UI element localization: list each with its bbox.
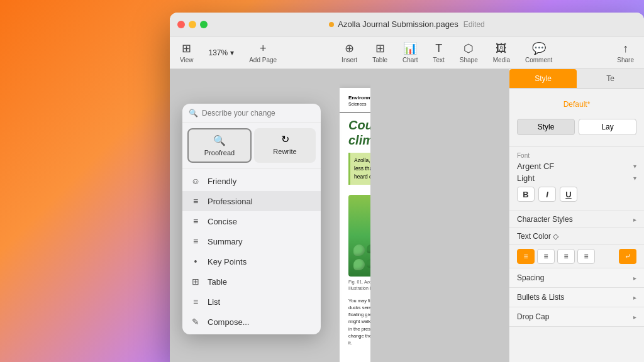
table-icon: ⊞ <box>375 41 385 55</box>
friendly-label: Friendly <box>208 177 236 186</box>
blob-2 <box>367 244 370 253</box>
tab-style[interactable]: Style <box>509 69 577 88</box>
toolbar-add-page[interactable]: + Add Page <box>249 42 277 63</box>
header-left-subtitle: Sciences <box>348 101 370 107</box>
close-button[interactable] <box>177 21 185 28</box>
describe-change-input[interactable] <box>202 109 314 118</box>
wt-item-list[interactable]: ≡ List <box>182 292 321 312</box>
document-columns: Fig. 01. Azolla filiculoides is one of t… <box>348 190 370 353</box>
writing-tools-list: ☺ Friendly ≡ Professional ≡ Concise ≡ Su… <box>182 168 321 334</box>
toolbar-shape[interactable]: ⬡ Shape <box>460 41 478 63</box>
spacing-label: Spacing <box>517 273 544 282</box>
tab-layout[interactable]: Te <box>577 69 644 88</box>
align-justify-icon: ≡ <box>584 252 588 261</box>
toolbar-insert[interactable]: ⊕ Insert <box>341 41 357 63</box>
share-label: Share <box>617 57 634 63</box>
text-color-label: Text Color ◇ <box>517 232 558 241</box>
style-layout-row: Style Lay <box>517 119 636 135</box>
proofread-icon: 🔍 <box>213 134 226 146</box>
toolbar-media[interactable]: 🖼 Media <box>493 42 510 63</box>
wt-item-compose[interactable]: ✎ Compose... <box>182 312 321 332</box>
summary-label: Summary <box>208 237 243 246</box>
align-left-button[interactable]: ≡ <box>517 249 535 264</box>
chart-icon: 📊 <box>403 41 417 55</box>
drop-cap-label: Drop Cap <box>517 312 549 321</box>
font-weight[interactable]: Light <box>517 173 535 183</box>
minimize-button[interactable] <box>189 21 196 28</box>
panel-tabs: Style Te <box>509 69 644 89</box>
layout-button[interactable]: Lay <box>579 119 636 135</box>
blob-1 <box>353 244 365 256</box>
rewrite-button[interactable]: ↻ Rewrite <box>254 128 316 163</box>
font-format-row: B I U <box>517 187 636 202</box>
align-left-icon: ≡ <box>523 252 528 261</box>
wt-item-professional[interactable]: ≡ Professional <box>182 191 321 211</box>
underline-button[interactable]: U <box>560 187 577 202</box>
document-scroll-area[interactable]: Environmental Sciences Sciences Undergra… <box>340 75 370 362</box>
spacing-section[interactable]: Spacing ▸ <box>509 268 644 288</box>
concise-label: Concise <box>208 217 237 226</box>
main-area: 🔍 🔍 Proofread ↻ Rewrite ☺ <box>170 69 644 362</box>
document-area: 🔍 🔍 Proofread ↻ Rewrite ☺ <box>170 69 509 362</box>
drop-cap-section[interactable]: Drop Cap ▸ <box>509 307 644 327</box>
wt-item-friendly[interactable]: ☺ Friendly <box>182 171 321 191</box>
rewrite-label: Rewrite <box>273 148 296 155</box>
unsaved-indicator <box>329 22 334 27</box>
default-label: Default* <box>517 95 636 114</box>
wt-item-key-points[interactable]: • Key Points <box>182 251 321 272</box>
toolbar-share[interactable]: ↑ Share <box>617 42 634 63</box>
doc-col-left: Fig. 01. Azolla filiculoides is one of t… <box>348 190 370 353</box>
toolbar-chart[interactable]: 📊 Chart <box>402 41 418 63</box>
align-justify-button[interactable]: ≡ <box>577 249 595 264</box>
pages-window: Azolla Journal Submission.pages Edited ⊞… <box>170 13 644 362</box>
proofread-button[interactable]: 🔍 Proofread <box>187 128 252 163</box>
wt-item-table[interactable]: ⊞ Table <box>182 272 321 292</box>
bullets-lists-label: Bullets & Lists <box>517 293 564 302</box>
professional-icon: ≡ <box>190 196 201 206</box>
font-name-row: Argent CF ▾ <box>517 162 636 171</box>
text-color-row[interactable]: Text Color ◇ <box>509 228 644 245</box>
professional-label: Professional <box>208 197 253 206</box>
blob-8 <box>367 259 370 268</box>
writing-tools-search[interactable]: 🔍 <box>182 104 321 123</box>
bold-button[interactable]: B <box>517 187 535 202</box>
azolla-blobs <box>348 239 370 277</box>
indent-icon: ⤶ <box>625 252 631 261</box>
style-button[interactable]: Style <box>517 119 575 135</box>
align-center-button[interactable]: ≡ <box>537 249 555 264</box>
view-icon: ⊞ <box>182 41 191 55</box>
fullscreen-button[interactable] <box>200 21 208 28</box>
view-label: View <box>180 57 194 63</box>
summary-icon: ≡ <box>190 236 201 246</box>
wt-item-concise[interactable]: ≡ Concise <box>182 211 321 231</box>
wt-item-summary[interactable]: ≡ Summary <box>182 231 321 251</box>
toolbar-view[interactable]: ⊞ View <box>180 41 194 63</box>
compose-label: Compose... <box>208 317 249 327</box>
font-name[interactable]: Argent CF <box>517 162 554 171</box>
search-icon: 🔍 <box>189 109 198 118</box>
add-page-icon: + <box>260 42 267 55</box>
toolbar-table[interactable]: ⊞ Table <box>372 41 387 63</box>
shape-icon: ⬡ <box>464 41 474 55</box>
document-title-text: Could this tiny aquatic plant provide bi… <box>348 118 370 148</box>
comment-label: Comment <box>525 57 552 63</box>
col-left-text: You may find yourself strolling by a pon… <box>348 297 370 347</box>
toolbar-comment[interactable]: 💬 Comment <box>525 41 552 63</box>
toolbar-text[interactable]: T Text <box>433 42 444 63</box>
chart-label: Chart <box>402 57 418 63</box>
toolbar-zoom[interactable]: 137% ▾ <box>209 48 235 57</box>
font-name-chevron-icon: ▾ <box>633 163 636 170</box>
drop-cap-chevron-icon: ▸ <box>633 314 636 321</box>
zoom-chevron-icon: ▾ <box>230 48 234 57</box>
zoom-value: 137% <box>209 48 228 57</box>
bullets-lists-chevron-icon: ▸ <box>633 294 636 301</box>
spacing-chevron-icon: ▸ <box>633 275 636 282</box>
font-weight-row: Light ▾ <box>517 173 636 183</box>
italic-button[interactable]: I <box>538 187 556 202</box>
doc-header: Environmental Sciences Sciences Undergra… <box>340 88 370 112</box>
indent-button[interactable]: ⤶ <box>619 249 636 264</box>
bullets-lists-section[interactable]: Bullets & Lists ▸ <box>509 288 644 307</box>
document-page: Environmental Sciences Sciences Undergra… <box>340 88 370 362</box>
writing-tools-panel: 🔍 🔍 Proofread ↻ Rewrite ☺ <box>182 104 321 334</box>
align-right-button[interactable]: ≡ <box>557 249 575 264</box>
